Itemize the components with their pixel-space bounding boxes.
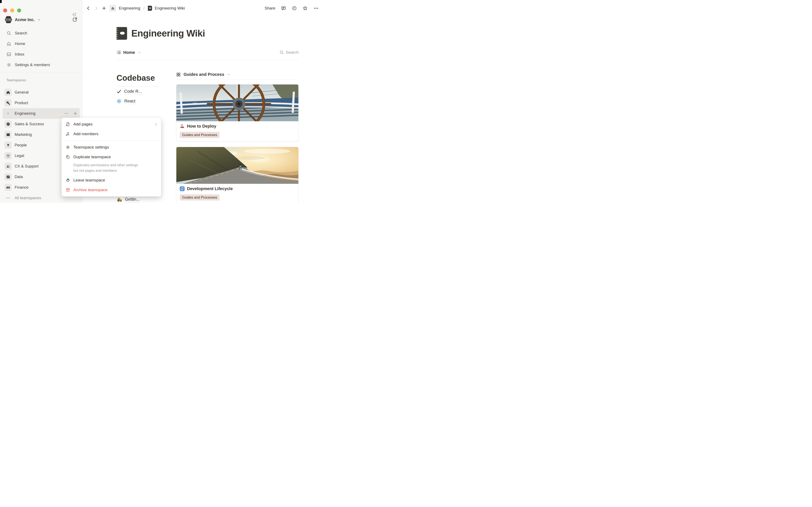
chart-icon	[4, 173, 12, 180]
card-body: How to Deploy Guides and Processes	[176, 121, 298, 141]
sidebar-item-settings[interactable]: Settings & members	[0, 60, 82, 70]
menu-item-label: Teamspace settings	[73, 145, 109, 150]
close-window-button[interactable]	[3, 8, 7, 12]
screen-corner	[0, 0, 2, 3]
notebook-icon	[116, 27, 127, 40]
sidebar-item-label: Home	[15, 41, 25, 46]
card-development-lifecycle[interactable]: Development Lifecycle Guides and Process…	[176, 147, 299, 203]
waving-hand-icon	[65, 178, 70, 182]
people-icon	[4, 163, 12, 170]
menu-item-leave-teamspace[interactable]: Leave teamspace	[61, 175, 161, 185]
teamspace-label: General	[14, 90, 29, 95]
workspace-name: Acme Inc.	[15, 17, 35, 22]
menu-item-add-members[interactable]: Add members	[61, 129, 161, 139]
teamspace-context-menu: Add pages Add members Teamspace settings…	[61, 118, 161, 196]
teamspace-label: Finance	[14, 185, 29, 190]
workspace-logo-text: ACME	[5, 18, 12, 21]
sidebar-item-label: Inbox	[15, 52, 24, 57]
page-link-label: Gettin...	[125, 197, 140, 202]
teamspace-general[interactable]: General	[3, 87, 80, 98]
history-icon[interactable]	[292, 6, 297, 11]
sidebar-nav: Search Home Inbox Settings & members	[0, 28, 82, 70]
tab-label: Home	[123, 50, 135, 55]
share-button[interactable]: Share	[264, 6, 275, 11]
card-title: How to Deploy	[187, 124, 216, 129]
chevron-down-icon	[227, 73, 231, 76]
menu-item-teamspace-settings[interactable]: Teamspace settings	[61, 143, 161, 152]
back-icon[interactable]	[86, 6, 91, 11]
menu-item-label: Archive teamspace	[73, 187, 108, 192]
chevron-right-icon[interactable]	[4, 110, 12, 117]
teamspace-product[interactable]: Product	[3, 98, 80, 108]
scales-icon	[4, 152, 12, 159]
card-how-to-deploy[interactable]: How to Deploy Guides and Processes	[176, 84, 299, 142]
gallery-divider	[176, 79, 299, 80]
teamspaces-section-label: Teamspaces	[6, 78, 26, 82]
add-page-icon[interactable]	[101, 6, 107, 11]
menu-divider	[61, 140, 161, 141]
sidebar-item-label: Search	[15, 31, 27, 36]
menu-item-archive-teamspace[interactable]: Archive teamspace	[61, 185, 161, 195]
page-title[interactable]: Engineering Wiki	[131, 28, 205, 39]
money-icon	[4, 184, 12, 191]
card-tags: Guides and Processes	[180, 194, 295, 201]
sidebar-item-inbox[interactable]: Inbox	[0, 49, 82, 60]
menu-item-label: Add members	[73, 131, 98, 136]
search-label: Search	[286, 50, 299, 55]
react-icon	[116, 99, 121, 104]
new-page-icon[interactable]	[72, 17, 78, 23]
sidebar-item-label: All teamspaces	[14, 195, 41, 200]
expand-window-button[interactable]	[17, 8, 21, 12]
ship-icon	[180, 124, 185, 129]
teamspace-label: Engineering	[14, 111, 36, 116]
page-add-icon	[65, 122, 70, 126]
breadcrumb-parent[interactable]: Engineering	[119, 6, 140, 11]
plus-icon[interactable]	[73, 111, 78, 116]
page-search-button[interactable]: Search	[280, 50, 299, 55]
gallery-header[interactable]: Guides and Process	[176, 72, 299, 77]
menu-item-add-pages[interactable]: Add pages	[61, 119, 161, 129]
teamspace-engineering[interactable]: Engineering	[3, 108, 80, 119]
check-icon	[116, 89, 121, 94]
favorite-star-icon[interactable]	[303, 6, 308, 11]
teamspace-label: Sales & Success	[14, 122, 44, 126]
tractor-icon	[117, 197, 122, 202]
breadcrumb-separator: /	[143, 6, 144, 11]
window-controls	[3, 8, 21, 12]
comments-icon[interactable]	[281, 6, 286, 11]
card-tags: Guides and Processes	[180, 132, 295, 138]
forward-icon[interactable]	[94, 6, 99, 11]
notebook-icon	[148, 6, 152, 11]
topbar: Engineering / Engineering Wiki Share	[83, 0, 325, 13]
house-icon	[4, 89, 12, 96]
clock-icon	[4, 120, 12, 128]
list-view-icon	[116, 50, 121, 55]
workspace-switcher[interactable]: ACME Acme Inc.	[3, 15, 42, 24]
wrench-icon	[4, 99, 12, 107]
teamspace-label: Marketing	[14, 132, 32, 137]
page-link-getting-started[interactable]: Gettin...	[117, 197, 140, 202]
card-body: Development Lifecycle Guides and Process…	[176, 184, 298, 203]
search-icon	[280, 50, 284, 55]
card-title-row: Development Lifecycle	[180, 186, 295, 191]
teamspace-label: Legal	[14, 153, 24, 158]
more-options-icon[interactable]	[313, 5, 319, 11]
inbox-icon	[6, 52, 11, 57]
minimize-window-button[interactable]	[10, 8, 14, 12]
page-link-react[interactable]: React	[116, 96, 160, 106]
building-icon[interactable]	[109, 5, 116, 12]
more-icon[interactable]	[64, 111, 69, 116]
menu-item-duplicate-teamspace[interactable]: Duplicate teamspace	[61, 152, 161, 162]
teamspace-label: CX & Support	[14, 164, 39, 169]
codebase-heading[interactable]: Codebase	[116, 73, 160, 83]
sidebar-item-home[interactable]: Home	[0, 39, 82, 49]
home-icon	[6, 41, 11, 46]
teamspace-label: Data	[14, 174, 23, 179]
gallery-column: Guides and Process	[176, 60, 299, 203]
page-link-code-review[interactable]: Code R...	[116, 87, 160, 96]
sidebar-item-search[interactable]: Search	[0, 28, 82, 39]
person-add-icon	[65, 131, 70, 136]
chevron-down-icon	[138, 51, 141, 54]
breadcrumb-current[interactable]: Engineering Wiki	[155, 6, 185, 11]
tab-home[interactable]: Home	[116, 50, 141, 55]
